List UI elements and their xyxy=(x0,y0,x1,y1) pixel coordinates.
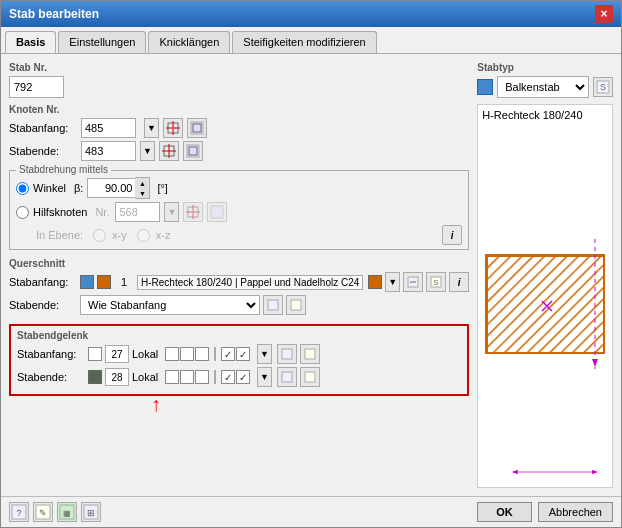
hatch-rect xyxy=(485,254,605,354)
qs-stabende-edit-btn[interactable] xyxy=(263,295,283,315)
gelenk-ende-select-btn[interactable]: ▼ xyxy=(257,367,272,387)
stab-nr-section: Stab Nr. 792 xyxy=(9,62,469,98)
svg-marker-37 xyxy=(592,359,598,367)
gelenk-stabende-label: Stabende: xyxy=(17,371,85,383)
knoten-nr-label: Knoten Nr. xyxy=(9,104,469,115)
stab-nr-value: 792 xyxy=(9,76,64,98)
xz-label: x-z xyxy=(156,229,171,241)
qs-stabende-select[interactable]: Wie Stabanfang xyxy=(80,295,260,315)
close-button[interactable]: × xyxy=(595,5,613,23)
qs-stabende-detail-btn[interactable] xyxy=(286,295,306,315)
qs-color-box2 xyxy=(97,275,111,289)
bottom-btn3[interactable]: ▦ xyxy=(57,502,77,522)
in-ebene-label: In Ebene: xyxy=(36,229,83,241)
gelenk-stabende-lokal: Lokal xyxy=(132,371,162,383)
qs-stabende-row: Stabende: Wie Stabanfang Wie Stabanfang xyxy=(9,295,469,315)
qs-num: 1 xyxy=(114,276,134,288)
hilfsknoten-pick-btn[interactable] xyxy=(183,202,203,222)
bottom-btn4[interactable]: ⊞ xyxy=(81,502,101,522)
qs-stabende-label: Stabende: xyxy=(9,299,77,311)
xz-radio[interactable] xyxy=(137,229,150,242)
stabanfang-view-btn[interactable] xyxy=(187,118,207,138)
svg-rect-22 xyxy=(282,372,292,382)
svg-text:⊞: ⊞ xyxy=(87,508,95,518)
stabtyp-detail-btn[interactable]: S xyxy=(593,77,613,97)
hilfsknoten-radio[interactable] xyxy=(16,206,29,219)
qs-color-box xyxy=(80,275,94,289)
hilfsknoten-row: Hilfsknoten Nr. ▼ xyxy=(16,202,462,222)
stabende-row: Stabende: ▼ xyxy=(9,141,469,161)
stabende-select-btn[interactable]: ▼ xyxy=(140,141,155,161)
stabtyp-label: Stabtyp xyxy=(477,62,613,73)
check-a5[interactable] xyxy=(236,347,250,361)
info-button[interactable]: i xyxy=(442,225,462,245)
hilfsknoten-select-btn[interactable]: ▼ xyxy=(164,202,179,222)
tab-einstellungen[interactable]: Einstellungen xyxy=(58,31,146,53)
qs-edit-btn[interactable] xyxy=(403,272,423,292)
qs-select-btn[interactable]: ▼ xyxy=(385,272,400,292)
check-e4[interactable] xyxy=(221,370,235,384)
stabanfang-row: Stabanfang: ▼ xyxy=(9,118,469,138)
check-a2[interactable] xyxy=(180,347,194,361)
svg-marker-34 xyxy=(512,470,518,474)
gelenk-anfang-save-btn[interactable] xyxy=(300,344,320,364)
cross-section-area: H-Rechteck 180/240 xyxy=(477,104,613,488)
stabtyp-icon xyxy=(477,79,493,95)
bottom-left: ? ✎ ▦ ⊞ xyxy=(9,502,101,522)
check-a1[interactable] xyxy=(165,347,179,361)
check-e3[interactable] xyxy=(195,370,209,384)
stabanfang-input[interactable] xyxy=(81,118,136,138)
cross-section-title: H-Rechteck 180/240 xyxy=(482,109,608,121)
beta-label: β: xyxy=(74,182,83,194)
qs-color-right xyxy=(368,275,382,289)
stabanfang-select-btn[interactable]: ▼ xyxy=(144,118,159,138)
left-panel: Stab Nr. 792 Knoten Nr. Stabanfang: ▼ xyxy=(9,62,469,488)
tab-basis[interactable]: Basis xyxy=(5,31,56,53)
gelenk-anfang-select-btn[interactable]: ▼ xyxy=(257,344,272,364)
bottom-btn2[interactable]: ✎ xyxy=(33,502,53,522)
window-title: Stab bearbeiten xyxy=(9,7,99,21)
beta-input[interactable] xyxy=(87,178,135,198)
arrow-indicator: ↑ xyxy=(151,393,161,416)
cancel-button[interactable]: Abbrechen xyxy=(538,502,613,522)
svg-text:✎: ✎ xyxy=(39,508,47,518)
stabdrehung-title: Stabdrehung mittels xyxy=(16,164,111,175)
bottom-right: OK Abbrechen xyxy=(477,502,613,522)
nr-label: Nr. xyxy=(95,206,109,218)
check-a3[interactable] xyxy=(195,347,209,361)
stabende-pick-btn[interactable] xyxy=(159,141,179,161)
check-a4[interactable] xyxy=(221,347,235,361)
bottom-btn1[interactable]: ? xyxy=(9,502,29,522)
width-arrow xyxy=(512,466,598,478)
beta-spin-up[interactable]: ▲ xyxy=(135,178,149,188)
qs-info-btn[interactable]: i xyxy=(449,272,469,292)
stabanfang-pick-btn[interactable] xyxy=(163,118,183,138)
gelenk-ende-pick-btn[interactable] xyxy=(277,367,297,387)
hilfsknoten-view-btn[interactable] xyxy=(207,202,227,222)
knoten-nr-section: Knoten Nr. Stabanfang: ▼ Stabende: xyxy=(9,104,469,164)
beta-spin-down[interactable]: ▼ xyxy=(135,188,149,198)
stabende-view-btn[interactable] xyxy=(183,141,203,161)
sep1 xyxy=(214,347,216,361)
gelenk-ende-checks2 xyxy=(221,370,250,384)
check-e1[interactable] xyxy=(165,370,179,384)
tab-steifigkeiten[interactable]: Steifigkeiten modifizieren xyxy=(232,31,376,53)
gelenk-anfang-pick-btn[interactable] xyxy=(277,344,297,364)
title-bar: Stab bearbeiten × xyxy=(1,1,621,27)
winkel-row: Winkel β: ▲ ▼ [°] xyxy=(16,177,462,199)
stabtyp-select[interactable]: Balkenstab xyxy=(497,76,589,98)
hilfsknoten-nr-input[interactable] xyxy=(115,202,160,222)
check-e5[interactable] xyxy=(236,370,250,384)
querschnitt-label: Querschnitt xyxy=(9,258,469,269)
hilfsknoten-label: Hilfsknoten xyxy=(33,206,87,218)
qs-detail-btn[interactable]: S xyxy=(426,272,446,292)
xy-radio[interactable] xyxy=(93,229,106,242)
in-ebene-row: In Ebene: x-y x-z i xyxy=(36,225,462,245)
winkel-radio[interactable] xyxy=(16,182,29,195)
check-e2[interactable] xyxy=(180,370,194,384)
ok-button[interactable]: OK xyxy=(477,502,532,522)
tab-knicklangen[interactable]: Knicklängen xyxy=(148,31,230,53)
stabende-input[interactable] xyxy=(81,141,136,161)
gelenk-ende-save-btn[interactable] xyxy=(300,367,320,387)
gelenk-stabende-row: Stabende: 28 Lokal ▼ xyxy=(17,367,461,387)
